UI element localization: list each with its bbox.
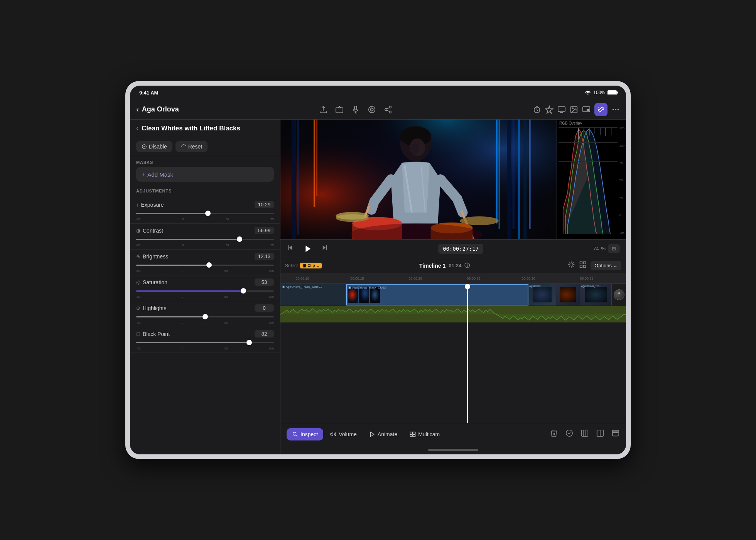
select-label: Select (285, 263, 298, 268)
svg-rect-62 (410, 434, 413, 436)
options-button[interactable]: Options ⌄ (591, 261, 621, 270)
share-icon[interactable] (384, 105, 392, 114)
svg-rect-12 (558, 106, 565, 111)
more-icon[interactable] (611, 105, 620, 114)
svg-point-8 (389, 111, 392, 113)
timeline-info-icon[interactable]: ⓘ (464, 262, 470, 269)
svg-point-18 (615, 109, 616, 110)
contrast-value[interactable]: 56.99 (255, 227, 274, 234)
ipad-frame: 9:41 AM 100% ‹ Aga Orlova (125, 81, 631, 459)
svg-point-51 (410, 143, 419, 155)
blackpoint-icon: ◻ (136, 331, 140, 337)
svg-point-48 (336, 212, 369, 219)
main-content: ‹ Clean Whites with Lifted Blacks Disabl… (130, 120, 626, 454)
nav-bar: ‹ Aga Orlova (130, 100, 626, 120)
timer-icon[interactable] (533, 105, 541, 114)
detach-icon[interactable] (611, 429, 620, 440)
volume-knob[interactable] (611, 284, 626, 305)
video-preview (280, 120, 557, 239)
target-icon[interactable] (368, 105, 376, 114)
disable-button[interactable]: Disable (136, 141, 172, 152)
clip-badge[interactable]: ▣ Clip ⌄ (300, 263, 322, 268)
video-controls: 00:00:27:17 74 % ⊞ (280, 239, 626, 258)
svg-point-3 (371, 108, 373, 111)
clip-label: Clip (307, 263, 315, 268)
highlights-slider[interactable] (136, 313, 274, 320)
saturation-icon: ◎ (136, 279, 140, 285)
highlights-value[interactable]: 0 (255, 304, 274, 312)
timeline-tracks: ▣ AgaOrlova_Track_Wide01 ▣ AgaOrlova_Tra… (280, 284, 626, 423)
saturation-value[interactable]: 53 (255, 278, 274, 286)
camera-icon[interactable] (335, 105, 344, 114)
delete-icon[interactable] (550, 429, 558, 440)
nav-title: Aga Orlova (142, 105, 179, 113)
rgb-overlay-panel: RGB Overlay 120 100 75 50 25 0 -20 (557, 120, 626, 239)
brightness-slider[interactable] (136, 262, 274, 268)
panel-back-button[interactable]: ‹ (136, 124, 138, 132)
clip-small1[interactable]: AgaOrlov... (528, 284, 556, 305)
saturation-slider[interactable] (136, 287, 274, 294)
saturation-label: Saturation (143, 279, 167, 285)
volume-tab[interactable]: Volume (325, 428, 362, 440)
add-mask-button[interactable]: + Add Mask (136, 167, 274, 182)
inspect-tab[interactable]: Inspect (287, 428, 323, 440)
rewind-button[interactable] (287, 244, 294, 253)
timeline-area: Select ▣ Clip ⌄ Timeline 1 01:24 ⓘ (280, 258, 626, 423)
clip-icon: ▣ (302, 263, 306, 268)
multicam-tab[interactable]: Multicam (404, 428, 445, 440)
display-icon[interactable] (557, 105, 566, 114)
magnetic-snap-icon[interactable] (567, 261, 575, 270)
nav-back-button[interactable]: ‹ (136, 105, 139, 114)
playhead-handle[interactable] (465, 284, 470, 289)
battery-icon (608, 90, 617, 95)
checkmark-icon[interactable] (565, 429, 574, 440)
trim-icon[interactable] (580, 429, 589, 440)
clip-small3[interactable]: AgaOrlova_Tra... (580, 284, 611, 305)
brightness-value[interactable]: 12.13 (255, 253, 274, 260)
exposure-value[interactable]: 10.29 (255, 201, 274, 208)
playhead[interactable] (467, 284, 468, 423)
svg-rect-30 (523, 120, 527, 239)
zoom-options-button[interactable]: ⊞ (608, 244, 620, 253)
animate-tab[interactable]: Animate (364, 428, 403, 440)
play-button[interactable] (300, 242, 314, 256)
grid-icon[interactable] (579, 261, 587, 270)
highlights-icon: ⊙ (136, 305, 140, 311)
svg-rect-0 (336, 108, 343, 113)
svg-point-17 (613, 109, 614, 110)
nav-right-icons (533, 103, 620, 116)
reset-button[interactable]: Reset (176, 141, 208, 152)
svg-point-6 (389, 106, 392, 108)
sparkle-icon[interactable] (545, 105, 554, 114)
contrast-label: Contrast (143, 228, 163, 234)
svg-rect-71 (613, 430, 619, 432)
wand-active-icon[interactable] (594, 103, 608, 116)
battery-fill (608, 91, 616, 94)
exposure-adjustment: ↕ Exposure 10.29 -50 (130, 198, 280, 224)
svg-rect-29 (512, 120, 515, 229)
photo-icon[interactable] (570, 105, 578, 114)
split-icon[interactable] (596, 429, 604, 440)
timeline-ruler: 00:00:10 00:00:15 00:00:20 00:00:25 00:0… (280, 273, 626, 284)
svg-point-7 (385, 108, 387, 111)
contrast-slider[interactable] (136, 236, 274, 243)
exposure-slider[interactable] (136, 210, 274, 217)
svg-rect-53 (580, 262, 582, 264)
blackpoint-slider[interactable] (136, 339, 274, 346)
pip-icon[interactable] (582, 105, 591, 114)
svg-rect-60 (410, 432, 413, 434)
zoom-unit: % (601, 246, 606, 251)
status-time: 9:41 AM (139, 90, 158, 96)
clip-cu03[interactable]: ▣ AgaOrlova_Track_CU03 (346, 284, 528, 305)
timecode-display: 00:00:27:17 (438, 244, 483, 254)
nav-center-icons (319, 105, 392, 114)
svg-line-10 (387, 107, 389, 109)
clip-wide01[interactable]: ▣ AgaOrlova_Track_Wide01 (280, 284, 346, 305)
right-panel: RGB Overlay 120 100 75 50 25 0 -20 (280, 120, 626, 454)
clip-small2[interactable] (556, 284, 580, 305)
battery-text: 100% (593, 90, 605, 95)
blackpoint-value[interactable]: 82 (255, 330, 274, 338)
fast-forward-button[interactable] (321, 244, 328, 253)
mic-icon[interactable] (351, 105, 360, 114)
export-icon[interactable] (319, 105, 327, 114)
